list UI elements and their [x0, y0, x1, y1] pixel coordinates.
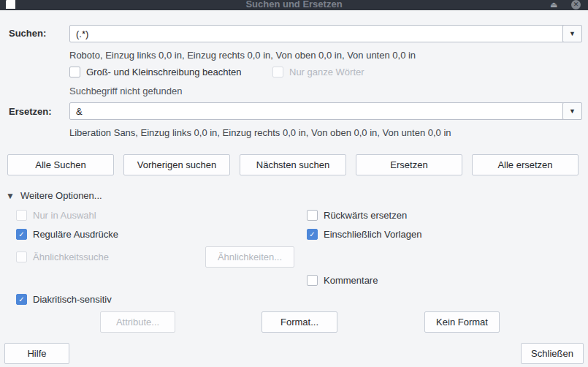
replace-label: Ersetzen:	[9, 106, 52, 117]
checkmark-icon: ✓	[309, 231, 315, 238]
replace-button[interactable]: Ersetzen	[356, 154, 462, 175]
checkbox-label: Nur in Auswahl	[33, 210, 96, 221]
checkbox-box-icon: ✓	[307, 275, 318, 286]
search-dropdown-button[interactable]: ▼	[562, 25, 582, 42]
checkbox-label: Groß- und Kleinschreibung beachten	[86, 67, 241, 77]
replace-attributes-hint: Liberation Sans, Einzug links 0,0 in, Ei…	[69, 127, 451, 138]
chevron-down-icon: ▼	[569, 107, 576, 115]
checkbox-box-icon: ✓	[307, 210, 318, 221]
dialog-title: Suchen und Ersetzen	[0, 0, 588, 10]
replace-all-button[interactable]: Alle ersetzen	[472, 154, 579, 175]
shade-icon[interactable]: ⏏	[550, 0, 557, 10]
search-input[interactable]	[69, 25, 568, 42]
checkbox-regex[interactable]: ✓ Reguläre Ausdrücke	[16, 229, 118, 240]
checkbox-label: Rückwärts ersetzen	[324, 210, 407, 221]
find-all-button[interactable]: Alle Suchen	[7, 154, 114, 175]
checkbox-similarity: ✓ Ähnlichkeitssuche	[16, 251, 109, 262]
checkbox-box-icon: ✓	[16, 210, 27, 221]
replace-input[interactable]	[69, 102, 568, 120]
checkbox-box-icon: ✓	[16, 294, 27, 305]
find-next-button[interactable]: Nächsten suchen	[240, 154, 346, 175]
search-status-message: Suchbegriff nicht gefunden	[69, 86, 182, 97]
chevron-down-icon: ▼	[569, 30, 576, 37]
checkbox-box-icon: ✓	[16, 251, 27, 262]
find-and-replace-dialog: Suchen und Ersetzen ⏏ ✕ Suchen: ▼ Roboto…	[0, 0, 588, 367]
checkbox-label: Nur ganze Wörter	[289, 67, 364, 77]
checkbox-styles[interactable]: ✓ Einschließlich Vorlagen	[307, 229, 421, 240]
expander-triangle-icon: ▼	[6, 192, 15, 200]
checkbox-label: Reguläre Ausdrücke	[33, 229, 118, 240]
checkbox-match-case[interactable]: ✓ Groß- und Kleinschreibung beachten	[69, 67, 241, 77]
checkbox-comments[interactable]: ✓ Kommentare	[307, 275, 378, 286]
checkbox-diacritics[interactable]: ✓ Diakritisch-sensitiv	[16, 294, 112, 305]
close-icon[interactable]: ✕	[571, 0, 581, 10]
format-button[interactable]: Format...	[261, 311, 337, 333]
checkbox-label: Diakritisch-sensitiv	[33, 294, 112, 305]
replace-dropdown-button[interactable]: ▼	[562, 102, 582, 120]
checkbox-box-icon: ✓	[16, 229, 27, 240]
more-options-label: Weitere Optionen...	[20, 190, 102, 201]
checkbox-box-icon: ✓	[69, 67, 80, 77]
attributes-button: Attribute...	[100, 311, 175, 333]
similarities-button: Ähnlichkeiten...	[205, 246, 294, 268]
help-button[interactable]: Hilfe	[4, 343, 69, 364]
checkmark-icon: ✓	[18, 296, 24, 303]
checkbox-whole-words: ✓ Nur ganze Wörter	[272, 67, 364, 77]
search-attributes-hint: Roboto, Einzug links 0,0 in, Einzug rech…	[69, 50, 416, 61]
checkbox-label: Einschließlich Vorlagen	[324, 229, 421, 240]
replace-combobox: ▼	[69, 102, 582, 120]
checkbox-box-icon: ✓	[307, 229, 318, 240]
checkbox-label: Ähnlichkeitssuche	[33, 251, 109, 262]
more-options-expander[interactable]: ▼ Weitere Optionen...	[6, 190, 102, 201]
no-format-button[interactable]: Kein Format	[424, 311, 500, 333]
checkbox-selection-only: ✓ Nur in Auswahl	[16, 210, 96, 221]
checkbox-backwards[interactable]: ✓ Rückwärts ersetzen	[307, 210, 407, 221]
checkmark-icon: ✓	[18, 231, 24, 238]
titlebar[interactable]: Suchen und Ersetzen ⏏ ✕	[0, 0, 588, 10]
search-combobox: ▼	[69, 25, 582, 42]
find-previous-button[interactable]: Vorherigen suchen	[123, 154, 230, 175]
checkbox-box-icon: ✓	[272, 67, 283, 77]
close-button[interactable]: Schließen	[521, 343, 584, 364]
checkbox-label: Kommentare	[324, 275, 378, 286]
search-label: Suchen:	[9, 28, 46, 39]
